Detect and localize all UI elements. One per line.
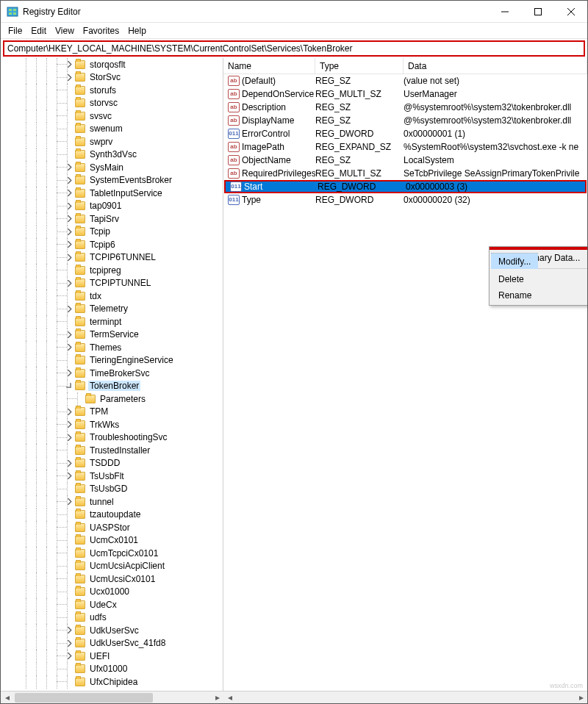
tree-item[interactable]: Tcpip xyxy=(1,226,223,239)
tree-item[interactable]: swenum xyxy=(1,123,223,136)
ctx-modify[interactable]: Modify... xyxy=(491,253,538,269)
tree-item[interactable]: TCPIPTUNNEL xyxy=(1,277,223,290)
value-row[interactable]: 011TypeREG_DWORD0x00000020 (32) xyxy=(223,193,587,206)
tree-item[interactable]: UEFI xyxy=(1,650,223,663)
minimize-button[interactable] xyxy=(488,1,521,22)
tree-item[interactable]: TrustedInstaller xyxy=(1,444,223,457)
tree-item[interactable]: TapiSrv xyxy=(1,212,223,226)
folder-icon xyxy=(75,600,85,609)
tree-item[interactable]: UcmTcpciCx0101 xyxy=(1,547,223,560)
ctx-delete[interactable]: Delete xyxy=(491,271,587,287)
tree-item[interactable]: terminpt xyxy=(1,315,223,328)
tree-item[interactable]: TsUsbFlt xyxy=(1,470,223,483)
values-pane[interactable]: Name Type Data ab(Default)REG_SZ(value n… xyxy=(223,58,587,691)
tree-item[interactable]: UcmUcsiCx0101 xyxy=(1,572,223,586)
value-row[interactable]: abDisplayNameREG_SZ@%systemroot%\system3… xyxy=(223,114,587,127)
reg-string-icon: ab xyxy=(228,89,240,99)
tree-item[interactable]: Themes xyxy=(1,341,223,354)
scroll-thumb[interactable] xyxy=(15,693,153,703)
tree-scrollbar[interactable]: ◂ ▸ xyxy=(1,691,223,703)
tree-item[interactable]: udfs xyxy=(1,611,223,625)
col-data[interactable]: Data xyxy=(404,58,587,73)
scroll-left-icon[interactable]: ◂ xyxy=(1,692,13,704)
tree-item[interactable]: TabletInputService xyxy=(1,187,223,200)
chevron-down-icon[interactable] xyxy=(64,381,74,391)
tree-item[interactable]: Ucx01000 xyxy=(1,586,223,599)
ctx-rename[interactable]: Rename xyxy=(491,287,587,303)
tree-item[interactable]: tcpipreg xyxy=(1,264,223,277)
tree-item[interactable]: UfxChipidea xyxy=(1,675,223,689)
tree-pane[interactable]: storqosfltStorSvcstorufsstorvscsvsvcswen… xyxy=(1,58,223,691)
value-row[interactable]: abObjectNameREG_SZLocalSystem xyxy=(223,154,587,167)
tree-item[interactable]: UASPStor xyxy=(1,521,223,534)
menu-help[interactable]: Help xyxy=(123,24,151,37)
tree-item[interactable]: storufs xyxy=(1,84,223,97)
tree-item[interactable]: UdkUserSvc_41fd8 xyxy=(1,637,223,650)
tree-label: TCPIP6TUNNEL xyxy=(88,252,157,262)
tree-item[interactable]: UcmUcsiAcpiClient xyxy=(1,560,223,573)
col-type[interactable]: Type xyxy=(315,58,404,73)
context-menu: Modify... Modify Binary Data... Delete R… xyxy=(489,246,587,306)
tree-label: UdeCx xyxy=(88,600,118,610)
tree-label: Themes xyxy=(88,342,123,353)
menu-file[interactable]: File xyxy=(4,24,26,37)
tree-item[interactable]: TokenBroker xyxy=(1,380,223,393)
value-row[interactable]: abDescriptionREG_SZ@%systemroot%\system3… xyxy=(223,101,587,114)
tree-item[interactable]: SystemEventsBroker xyxy=(1,174,223,187)
tree-item[interactable]: swprv xyxy=(1,135,223,148)
value-row[interactable]: abDependOnServiceREG_MULTI_SZUserManager xyxy=(223,87,587,101)
tree-item[interactable]: UcmCx0101 xyxy=(1,534,223,547)
value-row[interactable]: ab(Default)REG_SZ(value not set) xyxy=(223,74,587,87)
close-button[interactable] xyxy=(554,1,587,22)
scroll-right-icon[interactable]: ▸ xyxy=(211,692,223,704)
value-data: LocalSystem xyxy=(404,155,587,165)
tree-item[interactable]: storqosflt xyxy=(1,58,223,71)
tree-item[interactable]: UdkUserSvc xyxy=(1,624,223,637)
tree-item[interactable]: TimeBrokerSvc xyxy=(1,367,223,380)
tree-item[interactable]: TsUsbGD xyxy=(1,483,223,496)
tree-label: UdkUserSvc xyxy=(88,625,140,636)
col-name[interactable]: Name xyxy=(223,58,315,73)
tree-item[interactable]: tunnel xyxy=(1,495,223,509)
folder-icon xyxy=(75,266,85,275)
scroll-right-icon[interactable]: ▸ xyxy=(575,692,587,704)
tree-item[interactable]: Synth3dVsc xyxy=(1,148,223,162)
tree-item[interactable]: Tcpip6 xyxy=(1,238,223,251)
tree-item[interactable]: Ufx01000 xyxy=(1,663,223,676)
scroll-left-icon[interactable]: ◂ xyxy=(223,692,236,704)
tree-item[interactable]: SysMain xyxy=(1,161,223,174)
tree-item[interactable]: Telemetry xyxy=(1,303,223,316)
address-input[interactable] xyxy=(4,42,584,55)
value-row[interactable]: abRequiredPrivilegesREG_MULTI_SZSeTcbPri… xyxy=(223,167,587,180)
menu-view[interactable]: View xyxy=(51,24,79,37)
tree-item[interactable]: TermService xyxy=(1,328,223,342)
tree-item[interactable]: svsvc xyxy=(1,109,223,123)
tree-label: TCPIPTUNNEL xyxy=(88,278,152,288)
tree-item[interactable]: TieringEngineService xyxy=(1,354,223,367)
tree-item[interactable]: TPM xyxy=(1,406,223,419)
tree-item[interactable]: storvsc xyxy=(1,97,223,110)
value-type: REG_DWORD xyxy=(315,195,404,205)
tree-item[interactable]: TroubleshootingSvc xyxy=(1,431,223,445)
tree-label: storvsc xyxy=(88,98,119,108)
tree-item[interactable]: tdx xyxy=(1,290,223,303)
tree-label: UcmUcsiAcpiClient xyxy=(88,561,166,571)
tree-item[interactable]: TCPIP6TUNNEL xyxy=(1,251,223,265)
tree-item[interactable]: tzautoupdate xyxy=(1,509,223,522)
tree-item[interactable]: UdeCx xyxy=(1,598,223,611)
svg-rect-1 xyxy=(9,9,12,11)
value-row[interactable]: 011ErrorControlREG_DWORD0x00000001 (1) xyxy=(223,127,587,140)
list-scrollbar[interactable]: ◂ ▸ xyxy=(223,691,587,703)
titlebar[interactable]: Registry Editor xyxy=(1,1,587,23)
tree-item[interactable]: tap0901 xyxy=(1,200,223,213)
menu-edit[interactable]: Edit xyxy=(26,24,51,37)
tree-item[interactable]: Parameters xyxy=(1,392,223,406)
tree-item[interactable]: TrkWks xyxy=(1,418,223,431)
value-row[interactable]: abImagePathREG_EXPAND_SZ%SystemRoot%\sys… xyxy=(223,140,587,154)
value-row[interactable]: 011StartREG_DWORD0x00000003 (3) xyxy=(224,180,587,193)
tree-item[interactable]: StorSvc xyxy=(1,71,223,85)
tree-item[interactable]: TSDDD xyxy=(1,457,223,470)
tree-label: Tcpip xyxy=(88,226,112,237)
maximize-button[interactable] xyxy=(521,1,554,22)
menu-favorites[interactable]: Favorites xyxy=(79,24,123,37)
